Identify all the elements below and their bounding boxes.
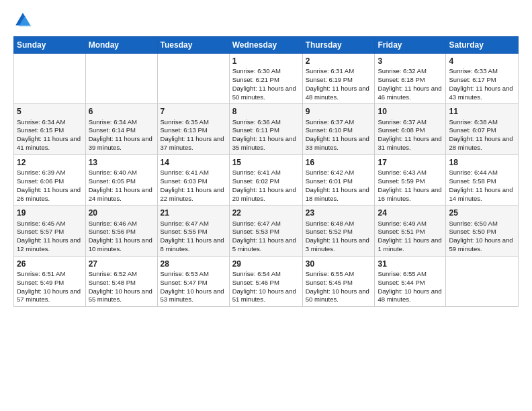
day-info: Daylight: 10 hours and 48 minutes. <box>378 287 443 305</box>
calendar-cell: 26Sunrise: 6:51 AMSunset: 5:49 PMDayligh… <box>14 256 86 306</box>
day-info: Sunset: 6:17 PM <box>449 76 515 85</box>
calendar-header-wednesday: Wednesday <box>229 37 302 54</box>
day-number: 12 <box>17 157 83 168</box>
calendar-cell: 8Sunrise: 6:36 AMSunset: 6:11 PMDaylight… <box>229 104 302 154</box>
day-number: 27 <box>89 259 154 269</box>
logo-icon <box>13 11 32 30</box>
calendar-cell: 6Sunrise: 6:34 AMSunset: 6:14 PMDaylight… <box>85 104 157 154</box>
day-info: Sunrise: 6:43 AM <box>378 169 443 177</box>
calendar-cell: 18Sunrise: 6:44 AMSunset: 5:58 PMDayligh… <box>446 154 519 205</box>
day-info: Sunset: 6:05 PM <box>89 177 154 186</box>
day-number: 24 <box>378 208 443 218</box>
calendar-cell: 30Sunrise: 6:55 AMSunset: 5:45 PMDayligh… <box>302 256 375 306</box>
day-info: Sunset: 6:06 PM <box>17 177 83 186</box>
calendar-header-friday: Friday <box>375 37 446 54</box>
calendar-cell <box>446 256 519 306</box>
day-info: Sunset: 5:58 PM <box>449 177 515 186</box>
day-info: Sunrise: 6:42 AM <box>306 169 372 177</box>
day-info: Daylight: 11 hours and 41 minutes. <box>17 135 83 152</box>
calendar: SundayMondayTuesdayWednesdayThursdayFrid… <box>13 36 519 307</box>
day-info: Sunset: 5:48 PM <box>89 279 154 287</box>
day-info: Sunset: 6:10 PM <box>306 126 372 135</box>
calendar-cell <box>85 54 157 104</box>
calendar-cell: 17Sunrise: 6:43 AMSunset: 5:59 PMDayligh… <box>375 154 446 205</box>
day-info: Sunset: 6:14 PM <box>89 126 154 135</box>
calendar-cell: 22Sunrise: 6:47 AMSunset: 5:53 PMDayligh… <box>229 205 302 256</box>
calendar-week-4: 19Sunrise: 6:45 AMSunset: 5:57 PMDayligh… <box>14 205 519 256</box>
calendar-week-2: 5Sunrise: 6:34 AMSunset: 6:15 PMDaylight… <box>14 104 519 154</box>
calendar-header-thursday: Thursday <box>302 37 375 54</box>
day-number: 10 <box>378 106 443 117</box>
day-info: Daylight: 11 hours and 28 minutes. <box>449 135 515 152</box>
day-info: Sunrise: 6:30 AM <box>232 67 300 76</box>
day-info: Sunrise: 6:49 AM <box>378 220 443 228</box>
day-number: 15 <box>232 157 300 168</box>
page: SundayMondayTuesdayWednesdayThursdayFrid… <box>0 0 532 411</box>
day-info: Sunrise: 6:34 AM <box>89 118 154 127</box>
calendar-cell <box>14 54 86 104</box>
day-info: Daylight: 11 hours and 1 minute. <box>378 236 443 254</box>
calendar-header-tuesday: Tuesday <box>157 37 229 54</box>
day-info: Daylight: 10 hours and 51 minutes. <box>232 287 300 305</box>
day-info: Sunrise: 6:32 AM <box>378 67 443 76</box>
day-number: 2 <box>306 56 372 66</box>
day-info: Daylight: 11 hours and 8 minutes. <box>161 236 226 254</box>
day-info: Daylight: 11 hours and 20 minutes. <box>232 186 300 203</box>
day-info: Sunset: 6:07 PM <box>449 126 515 135</box>
day-info: Sunset: 6:21 PM <box>232 76 300 85</box>
day-info: Sunrise: 6:45 AM <box>17 220 83 228</box>
day-info: Sunset: 6:01 PM <box>306 177 372 186</box>
day-info: Sunset: 6:03 PM <box>161 177 226 186</box>
day-info: Daylight: 11 hours and 18 minutes. <box>306 186 372 203</box>
day-info: Sunrise: 6:31 AM <box>306 67 372 76</box>
day-info: Daylight: 11 hours and 33 minutes. <box>306 135 372 152</box>
day-info: Sunrise: 6:47 AM <box>161 220 226 228</box>
day-number: 14 <box>161 157 226 168</box>
day-info: Sunrise: 6:44 AM <box>449 169 515 177</box>
day-info: Sunset: 5:51 PM <box>378 228 443 236</box>
day-info: Sunrise: 6:55 AM <box>306 270 372 279</box>
calendar-cell: 9Sunrise: 6:37 AMSunset: 6:10 PMDaylight… <box>302 104 375 154</box>
day-number: 30 <box>306 259 372 269</box>
day-info: Daylight: 11 hours and 24 minutes. <box>89 186 154 203</box>
day-info: Sunrise: 6:41 AM <box>161 169 226 177</box>
calendar-cell: 5Sunrise: 6:34 AMSunset: 6:15 PMDaylight… <box>14 104 86 154</box>
day-number: 3 <box>378 56 443 66</box>
day-number: 8 <box>232 106 300 117</box>
day-info: Daylight: 10 hours and 57 minutes. <box>17 287 83 305</box>
header <box>13 11 519 30</box>
day-info: Daylight: 11 hours and 31 minutes. <box>378 135 443 152</box>
day-info: Daylight: 11 hours and 10 minutes. <box>89 236 154 254</box>
calendar-cell: 23Sunrise: 6:48 AMSunset: 5:52 PMDayligh… <box>302 205 375 256</box>
day-info: Sunrise: 6:38 AM <box>449 118 515 127</box>
calendar-header-monday: Monday <box>85 37 157 54</box>
day-info: Sunrise: 6:36 AM <box>232 118 300 127</box>
day-info: Daylight: 11 hours and 3 minutes. <box>306 236 372 254</box>
day-info: Sunrise: 6:50 AM <box>449 220 515 228</box>
day-info: Sunrise: 6:52 AM <box>89 270 154 279</box>
calendar-header-sunday: Sunday <box>14 37 86 54</box>
day-info: Sunset: 6:19 PM <box>306 76 372 85</box>
day-number: 18 <box>449 157 515 168</box>
day-info: Sunrise: 6:41 AM <box>232 169 300 177</box>
day-number: 21 <box>161 208 226 218</box>
day-info: Sunset: 6:08 PM <box>378 126 443 135</box>
day-info: Daylight: 11 hours and 50 minutes. <box>232 85 300 102</box>
day-info: Daylight: 10 hours and 50 minutes. <box>306 287 372 305</box>
day-info: Sunset: 5:53 PM <box>232 228 300 236</box>
day-info: Daylight: 11 hours and 12 minutes. <box>17 236 83 254</box>
calendar-week-5: 26Sunrise: 6:51 AMSunset: 5:49 PMDayligh… <box>14 256 519 306</box>
day-info: Sunrise: 6:51 AM <box>17 270 83 279</box>
day-info: Daylight: 11 hours and 39 minutes. <box>89 135 154 152</box>
day-info: Sunrise: 6:47 AM <box>232 220 300 228</box>
day-info: Daylight: 11 hours and 46 minutes. <box>378 85 443 102</box>
calendar-cell: 2Sunrise: 6:31 AMSunset: 6:19 PMDaylight… <box>302 54 375 104</box>
calendar-cell: 4Sunrise: 6:33 AMSunset: 6:17 PMDaylight… <box>446 54 519 104</box>
calendar-cell: 11Sunrise: 6:38 AMSunset: 6:07 PMDayligh… <box>446 104 519 154</box>
calendar-cell: 24Sunrise: 6:49 AMSunset: 5:51 PMDayligh… <box>375 205 446 256</box>
day-info: Sunrise: 6:46 AM <box>89 220 154 228</box>
calendar-cell: 13Sunrise: 6:40 AMSunset: 6:05 PMDayligh… <box>85 154 157 205</box>
calendar-cell: 7Sunrise: 6:35 AMSunset: 6:13 PMDaylight… <box>157 104 229 154</box>
day-info: Sunrise: 6:48 AM <box>306 220 372 228</box>
calendar-cell: 14Sunrise: 6:41 AMSunset: 6:03 PMDayligh… <box>157 154 229 205</box>
